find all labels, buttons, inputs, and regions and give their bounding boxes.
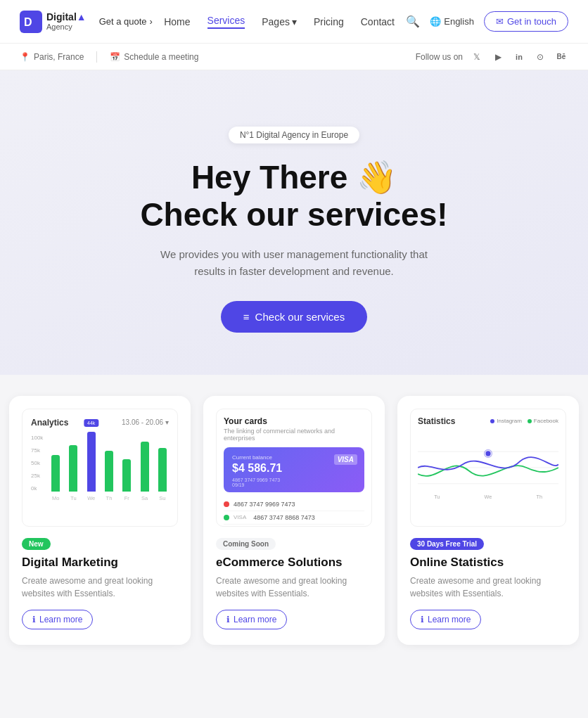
bar-mo-bar — [51, 455, 60, 492]
get-in-touch-label: Get in touch — [507, 16, 556, 27]
bar-chart: 100k 75k 50k 25k 0k Mo Tu 44k — [31, 435, 169, 501]
bar-th: Th — [103, 451, 115, 501]
get-quote-label: Get a quote — [99, 16, 147, 27]
learn-more-button-3[interactable]: ℹ Learn more — [410, 610, 481, 629]
info-icon-3: ℹ — [421, 615, 424, 624]
linkedin-icon[interactable]: in — [512, 50, 526, 64]
location-item: 📍 Paris, France — [20, 52, 84, 62]
facebook-label: Facebook — [534, 418, 558, 424]
instagram-dot — [490, 419, 494, 423]
nav-contact[interactable]: Contact — [361, 16, 395, 27]
learn-more-label-2: Learn more — [234, 615, 276, 624]
service-desc: Create awesome and great looking website… — [22, 575, 178, 600]
hero-title-line1: Hey There 👋 — [28, 159, 560, 196]
envelope-icon: ✉ — [496, 16, 504, 27]
bar-tooltip: 44k — [84, 419, 98, 427]
bar-tu-bar — [69, 445, 77, 492]
learn-more-button-1[interactable]: ℹ Learn more — [22, 610, 93, 629]
nav-services[interactable]: Services — [207, 15, 245, 29]
stats-widget: Statistics Instagram Facebook — [410, 409, 566, 527]
lang-label: English — [444, 16, 474, 27]
learn-more-label-1: Learn more — [39, 615, 82, 624]
card-statistics: Statistics Instagram Facebook — [397, 396, 579, 645]
subbar-right: Follow us on 𝕏 ▶ in ⊙ Bē — [416, 50, 568, 64]
card-row2-number: 4867 3747 8868 7473 — [253, 514, 315, 521]
stats-header: Statistics Instagram Facebook — [418, 416, 558, 426]
chevron-down-icon: ▾ — [292, 16, 297, 27]
red-dot — [224, 501, 229, 507]
service-desc-3: Create awesome and great looking website… — [410, 575, 566, 600]
subbar: 📍 Paris, France 📅 Schedule a meeting Fol… — [0, 44, 588, 70]
ecommerce-sub: The linking of commercial networks and e… — [224, 428, 364, 442]
card-row1-number: 4867 3747 9969 7473 — [234, 501, 295, 508]
facebook-dot — [528, 419, 532, 423]
svg-text:We: We — [485, 493, 492, 499]
trial-badge: 30 Days Free Trial — [410, 538, 484, 550]
card-expiry: 09/19 — [232, 482, 356, 487]
svg-text:Tu: Tu — [434, 493, 440, 499]
hero-title-line2: Check our services! — [28, 196, 560, 233]
nav-pages[interactable]: Pages▾ — [262, 16, 297, 27]
get-in-touch-button[interactable]: ✉ Get in touch — [484, 11, 568, 32]
svg-text:D: D — [24, 16, 32, 28]
card-ecommerce: Your cards The linking of commercial net… — [203, 396, 385, 645]
bar-tu: Tu — [67, 445, 79, 501]
green-dot — [224, 515, 229, 520]
calendar-icon: 📅 — [110, 52, 120, 62]
divider — [96, 51, 97, 63]
hero-badge-text: N°1 Digital Agency in Europe — [240, 130, 348, 140]
service-title-3: Online Statistics — [410, 556, 566, 570]
widget-header: Analytics 13.06 - 20.06 ▾ — [31, 418, 169, 428]
nav-actions: 🔍 🌐 English ✉ Get in touch — [406, 11, 568, 32]
card-digital-marketing: Analytics 13.06 - 20.06 ▾ 100k 75k 50k 2… — [9, 396, 191, 645]
learn-more-button-2[interactable]: ℹ Learn more — [216, 610, 287, 629]
instagram-icon[interactable]: ⊙ — [533, 50, 547, 64]
card-row-1: 4867 3747 9969 7473 — [224, 498, 364, 511]
info-icon-2: ℹ — [226, 615, 230, 624]
location-icon: 📍 — [20, 52, 30, 62]
service-title-2: eCommerce Solutions — [216, 556, 372, 570]
search-button[interactable]: 🔍 — [406, 15, 420, 28]
bar-su-bar — [158, 448, 167, 492]
service-title: Digital Marketing — [22, 556, 178, 570]
stats-legend: Instagram Facebook — [490, 418, 558, 424]
analytics-title: Analytics — [31, 418, 68, 428]
behance-icon[interactable]: Bē — [554, 50, 568, 64]
cards-section: Analytics 13.06 - 20.06 ▾ 100k 75k 50k 2… — [0, 375, 588, 673]
hero-subtitle: We provides you with user management fun… — [153, 246, 435, 280]
bar-we: 44k We — [85, 432, 98, 501]
wave-chart: Tu We Th — [418, 429, 558, 506]
svg-text:Th: Th — [536, 493, 542, 499]
hero-cta-button[interactable]: ≡ Check our services — [221, 301, 367, 333]
youtube-icon[interactable]: ▶ — [491, 50, 505, 64]
bar-th-bar — [105, 451, 113, 492]
schedule-text: Schedule a meeting — [124, 52, 198, 62]
follow-text: Follow us on — [416, 52, 463, 62]
schedule-item[interactable]: 📅 Schedule a meeting — [110, 52, 198, 62]
ecommerce-title: Your cards — [224, 416, 364, 426]
ecommerce-widget: Your cards The linking of commercial net… — [216, 409, 372, 527]
hero-title: Hey There 👋 Check our services! — [28, 159, 560, 233]
analytics-widget: Analytics 13.06 - 20.06 ▾ 100k 75k 50k 2… — [22, 409, 178, 527]
new-badge: New — [22, 538, 51, 550]
add-card[interactable]: Add card — [224, 525, 364, 527]
twitter-icon[interactable]: 𝕏 — [470, 50, 484, 64]
get-quote-button[interactable]: Get a quote › — [99, 16, 153, 27]
coming-soon-badge: Coming Soon — [216, 538, 276, 550]
nav-home[interactable]: Home — [164, 16, 190, 27]
service-desc-2: Create awesome and great looking website… — [216, 575, 372, 600]
bar-sa: Sa — [138, 442, 151, 501]
date-text: 13.06 - 20.06 — [122, 418, 163, 426]
language-button[interactable]: 🌐 English — [430, 16, 474, 27]
nav-pricing[interactable]: Pricing — [314, 16, 344, 27]
learn-more-label-3: Learn more — [428, 615, 471, 624]
legend-facebook: Facebook — [528, 418, 558, 424]
nav-links: Home Services Pages▾ Pricing Contact — [164, 15, 395, 29]
stats-title: Statistics — [418, 416, 455, 426]
hero-section: N°1 Digital Agency in Europe Hey There 👋… — [0, 70, 588, 375]
menu-icon: ≡ — [243, 311, 250, 323]
bar-fr: Fr — [120, 459, 133, 501]
subbar-left: 📍 Paris, France 📅 Schedule a meeting — [20, 51, 198, 63]
card-type: VISA — [334, 454, 357, 465]
date-range[interactable]: 13.06 - 20.06 ▾ — [122, 418, 169, 426]
